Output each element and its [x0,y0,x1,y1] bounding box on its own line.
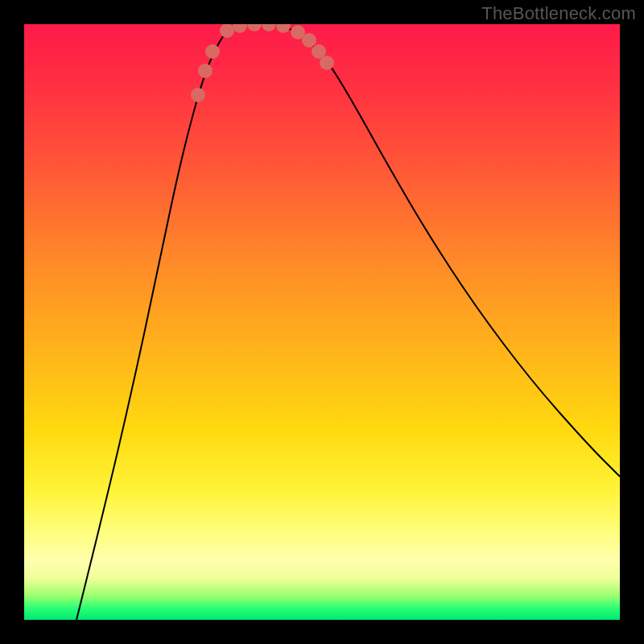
curve-marker [320,56,334,70]
plot-area [24,24,620,620]
bottleneck-curve [76,24,620,620]
curve-marker [276,24,291,33]
chart-stage: TheBottleneck.com [0,0,644,644]
curve-marker [191,88,205,102]
marker-group [191,24,334,102]
watermark-text: TheBottleneck.com [481,3,636,24]
curve-marker [220,24,234,38]
curve-marker [302,33,316,47]
curve-marker [233,24,247,33]
curve-marker [198,64,213,78]
curve-overlay [24,24,620,620]
curve-marker [262,24,276,31]
curve-marker [247,24,262,31]
curve-marker [205,44,220,59]
